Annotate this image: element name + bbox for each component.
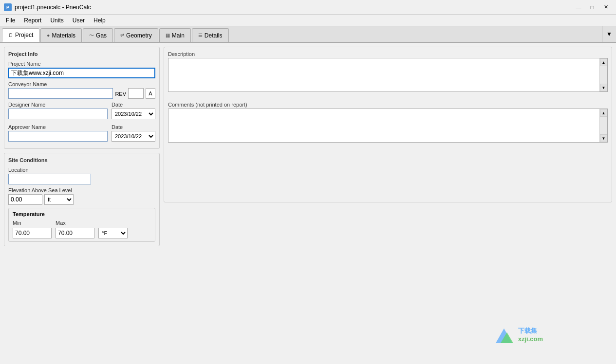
- comments-scroll-up[interactable]: ▲: [600, 109, 608, 117]
- a-value: A: [149, 91, 152, 96]
- elevation-unit-select[interactable]: ft m: [44, 194, 74, 205]
- main-content: Project Info Project Name Conveyor Name …: [0, 43, 616, 364]
- tab-project[interactable]: 🗒 Project: [2, 28, 39, 42]
- project-name-input[interactable]: [8, 68, 155, 78]
- approver-name-label: Approver Name: [8, 124, 108, 130]
- approver-date-label: Date: [112, 124, 155, 130]
- description-section: Description ▲ ▼ Comments (not printed on…: [164, 47, 612, 202]
- temp-max-label: Max: [56, 220, 94, 226]
- watermark-url: xzji.com: [518, 335, 543, 343]
- watermark-download: 下载集: [518, 327, 543, 335]
- app-icon: P: [4, 3, 12, 11]
- title-bar: P project1.pneucalc - PneuCalc — □ ✕: [0, 0, 616, 15]
- description-textarea[interactable]: [168, 58, 599, 91]
- designer-date-field: Date 2023/10/22: [112, 102, 155, 119]
- description-scroll-down[interactable]: ▼: [600, 84, 608, 91]
- temperature-title: Temperature: [13, 211, 151, 217]
- conveyor-name-label: Conveyor Name: [8, 81, 155, 87]
- minimize-button[interactable]: —: [572, 2, 585, 12]
- description-scroll-up[interactable]: ▲: [600, 58, 608, 66]
- menu-user[interactable]: User: [69, 16, 89, 25]
- project-info-title: Project Info: [8, 51, 155, 57]
- left-panel: Project Info Project Name Conveyor Name …: [4, 47, 160, 361]
- temperature-section: Temperature Min Max °F °C K: [8, 208, 155, 242]
- temp-min-input[interactable]: [13, 228, 52, 238]
- tab-dropdown-button[interactable]: ▼: [602, 26, 616, 42]
- comments-label: Comments (not printed on report): [168, 102, 608, 108]
- designer-date-select[interactable]: 2023/10/22: [112, 109, 155, 119]
- description-label: Description: [168, 51, 608, 57]
- elevation-input[interactable]: [8, 194, 42, 205]
- elevation-row: ft m: [8, 194, 155, 205]
- watermark: 下载集 xzji.com: [493, 324, 543, 346]
- approver-date-field: Date 2023/10/22: [112, 124, 155, 142]
- tab-project-label: Project: [15, 32, 33, 38]
- designer-name-label: Designer Name: [8, 102, 108, 108]
- tab-main[interactable]: ▦ Main: [159, 28, 191, 42]
- description-scroll-track: [600, 66, 607, 84]
- maximize-button[interactable]: □: [586, 2, 598, 12]
- gas-tab-icon: 〜: [89, 32, 94, 39]
- rev-input[interactable]: [128, 88, 144, 99]
- watermark-text-block: 下载集 xzji.com: [518, 327, 543, 343]
- comments-textarea[interactable]: [168, 109, 599, 142]
- temp-max-col: Max: [56, 220, 94, 238]
- rev-label: REV: [115, 91, 126, 99]
- temp-unit-select[interactable]: °F °C K: [98, 228, 128, 238]
- comments-box: ▲ ▼: [168, 109, 608, 143]
- temp-min-label: Min: [13, 220, 52, 226]
- menu-file[interactable]: File: [2, 16, 19, 25]
- main-tab-icon: ▦: [166, 33, 170, 38]
- approver-row: Approver Name Date 2023/10/22: [8, 124, 155, 145]
- tab-geometry[interactable]: ⇌ Geometry: [114, 28, 158, 42]
- close-button[interactable]: ✕: [599, 2, 612, 12]
- watermark-logo-svg: [493, 324, 515, 346]
- location-input[interactable]: [8, 174, 91, 184]
- tab-details[interactable]: ☰ Details: [192, 28, 229, 42]
- approver-date-select[interactable]: 2023/10/22: [112, 131, 155, 142]
- menu-help[interactable]: Help: [90, 16, 110, 25]
- a-value-box: A: [146, 88, 155, 99]
- materials-tab-icon: ●: [47, 33, 50, 38]
- tab-materials[interactable]: ● Materials: [40, 28, 82, 42]
- location-field: Location: [8, 167, 155, 184]
- project-name-field: Project Name: [8, 61, 155, 78]
- description-group: Description ▲ ▼: [168, 51, 608, 92]
- comments-scrollbar[interactable]: ▲ ▼: [599, 109, 607, 142]
- temp-min-col: Min: [13, 220, 52, 238]
- tab-main-label: Main: [172, 32, 185, 39]
- details-tab-icon: ☰: [198, 33, 203, 38]
- right-panel: Description ▲ ▼ Comments (not printed on…: [164, 47, 612, 361]
- conveyor-row: REV A: [8, 88, 155, 99]
- conveyor-name-input[interactable]: [8, 88, 113, 99]
- tab-geometry-label: Geometry: [126, 32, 152, 39]
- designer-name-input[interactable]: [8, 109, 108, 119]
- approver-name-field: Approver Name: [8, 124, 108, 142]
- temp-max-input[interactable]: [56, 228, 94, 238]
- approver-name-input[interactable]: [8, 131, 108, 142]
- location-label: Location: [8, 167, 155, 173]
- tab-materials-label: Materials: [52, 32, 75, 39]
- tab-details-label: Details: [205, 32, 223, 39]
- description-scrollbar[interactable]: ▲ ▼: [599, 58, 607, 91]
- window-title: project1.pneucalc - PneuCalc: [15, 4, 91, 11]
- tab-bar: 🗒 Project ● Materials 〜 Gas ⇌ Geometry ▦…: [0, 26, 616, 43]
- comments-group: Comments (not printed on report) ▲ ▼: [168, 102, 608, 143]
- temperature-row: Min Max °F °C K: [13, 220, 151, 238]
- designer-date-label: Date: [112, 102, 155, 108]
- window-controls: — □ ✕: [572, 2, 612, 12]
- geometry-tab-icon: ⇌: [120, 33, 124, 38]
- comments-scroll-down[interactable]: ▼: [600, 134, 608, 142]
- project-tab-icon: 🗒: [8, 33, 13, 38]
- menu-report[interactable]: Report: [20, 16, 45, 25]
- tab-gas[interactable]: 〜 Gas: [83, 28, 113, 42]
- project-name-label: Project Name: [8, 61, 155, 67]
- site-conditions-section: Site Conditions Location Elevation Above…: [4, 153, 160, 246]
- comments-scroll-track: [600, 117, 607, 134]
- menu-bar: File Report Units User Help: [0, 15, 616, 26]
- tab-gas-label: Gas: [96, 32, 107, 39]
- elevation-label: Elevation Above Sea Level: [8, 187, 155, 193]
- menu-units[interactable]: Units: [46, 16, 67, 25]
- designer-row: Designer Name Date 2023/10/22: [8, 102, 155, 122]
- elevation-field: Elevation Above Sea Level ft m: [8, 187, 155, 205]
